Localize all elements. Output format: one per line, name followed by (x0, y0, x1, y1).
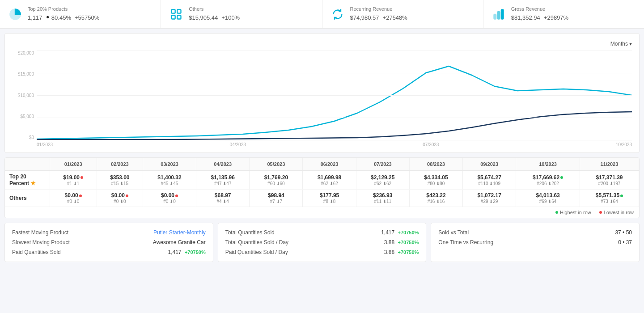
table-cell: $1,400.32#45 ⬇45 (143, 171, 196, 190)
svg-rect-3 (178, 15, 181, 19)
col-header-label (5, 158, 50, 171)
total-qty-row: Total Quantities Sold 1,417 +70750% (225, 229, 419, 236)
card-others-title: Others (189, 6, 242, 12)
row-label: Others (5, 190, 50, 207)
green-dot (560, 176, 563, 179)
chart-yaxis: $20,000 $15,000 $10,000 $5,000 $0 (12, 51, 37, 140)
col-header-09: 09/2023 (463, 158, 516, 171)
sold-vs-total-row: Sold vs Total 37 • 50 (438, 229, 632, 236)
table-cell: $0.00#0 ⬇0 (50, 190, 97, 207)
col-header-11: 11/2023 (580, 158, 639, 171)
table-cell: $236.93#11 ⬇11 (356, 190, 409, 207)
red-dot (80, 176, 83, 179)
card-top20: Top 20% Products 1,117 • 80.45%+55750% (0, 0, 161, 28)
col-header-05: 05/2023 (250, 158, 303, 171)
paid-qty-row: Paid Quantities Sold 1,417 +70750% (12, 249, 206, 255)
table-cell: $353.00#15 ⬇15 (97, 171, 143, 190)
col-header-03: 03/2023 (143, 158, 196, 171)
chart-area: $20,000 $15,000 $10,000 $5,000 $0 01/202… (12, 51, 632, 149)
card-top20-value: 1,117 • 80.45%+55750% (28, 13, 101, 22)
green-dot (555, 211, 558, 214)
bottom-card-ratios: Sold vs Total 37 • 50 One Time vs Recurr… (431, 223, 640, 262)
card-gross-title: Gross Revenue (511, 6, 570, 12)
card-recurring: Recurring Revenue $74,980.57+27548% (322, 0, 483, 28)
grid-line-5k (37, 118, 632, 118)
col-header-04: 04/2023 (196, 158, 250, 171)
table-cell: $1,699.98#62 ⬇62 (303, 171, 356, 190)
svg-rect-2 (172, 15, 175, 19)
legend-lowest: Lowest in row (598, 210, 634, 215)
table-cell: $5,571.35#73 ⬇64 (580, 190, 639, 207)
paid-qty-day-row: Paid Quantities Sold / Day 3.88 +70750% (225, 249, 419, 255)
card-recurring-title: Recurring Revenue (350, 6, 409, 12)
col-header-08: 08/2023 (409, 158, 462, 171)
card-gross: Gross Revenue $81,352.94+29897% (483, 0, 644, 28)
star-icon: ★ (30, 180, 36, 186)
svg-rect-0 (172, 9, 175, 13)
refresh-icon (330, 7, 345, 21)
months-dropdown[interactable]: Months ▾ (610, 41, 632, 47)
table-row: Top 20Percent ★$19.00#1 ⬇1$353.00#15 ⬇15… (5, 171, 639, 190)
table-cell: $0.00#0 ⬇0 (97, 190, 143, 207)
table-cell: $19.00#1 ⬇1 (50, 171, 97, 190)
table-cell: $4,334.05#80 ⬇80 (409, 171, 462, 190)
table-cell: $423.22#16 ⬇16 (409, 190, 462, 207)
svg-rect-1 (178, 9, 181, 13)
onetime-vs-recurring-row: One Time vs Recurring 0 • 37 (438, 239, 632, 245)
grid-line-15k (37, 73, 632, 73)
top-cards-container: Top 20% Products 1,117 • 80.45%+55750% O… (0, 0, 644, 29)
red-dot (175, 195, 178, 197)
bar-chart-icon (491, 7, 506, 21)
legend-row: Highest in row Lowest in row (5, 207, 639, 218)
card-others: Others $15,905.44+100% (161, 0, 322, 28)
bottom-cards: Fastest Moving Product Putler Starter-Mo… (4, 223, 640, 262)
table-cell: $4,013.63#69 ⬇64 (516, 190, 580, 207)
card-others-value: $15,905.44+100% (189, 13, 242, 22)
svg-rect-5 (497, 12, 500, 19)
svg-rect-6 (501, 9, 504, 19)
table-scroll[interactable]: 01/2023 02/2023 03/2023 04/2023 05/2023 … (5, 158, 639, 207)
table-cell: $17,669.62#206 ⬇202 (516, 171, 580, 190)
card-top20-title: Top 20% Products (28, 6, 101, 12)
chart-xaxis: 01/2023 04/2023 07/2023 10/2023 (37, 140, 632, 149)
row-label: Top 20Percent ★ (5, 171, 50, 190)
data-table: 01/2023 02/2023 03/2023 04/2023 05/2023 … (5, 158, 639, 207)
red-dot (126, 195, 128, 197)
table-cell: $1,769.20#60 ⬇60 (250, 171, 303, 190)
table-cell: $17,371.39#200 ⬇197 (580, 171, 639, 190)
slowest-row: Slowest Moving Product Awesome Granite C… (12, 239, 206, 245)
table-row: Others$0.00#0 ⬇0$0.00#0 ⬇0$0.00#0 ⬇0$68.… (5, 190, 639, 207)
table-cell: $1,072.17#29 ⬇29 (463, 190, 516, 207)
col-header-06: 06/2023 (303, 158, 356, 171)
table-cell: $1,135.96#47 ⬇47 (196, 171, 250, 190)
table-cell: $2,129.25#62 ⬇62 (356, 171, 409, 190)
legend-highest: Highest in row (555, 210, 591, 215)
chart-section: Months ▾ $20,000 $15,000 $10,000 $5,000 … (4, 33, 640, 153)
bottom-card-products: Fastest Moving Product Putler Starter-Mo… (4, 223, 213, 262)
table-cell: $5,674.27#110 ⬇109 (463, 171, 516, 190)
chart-header: Months ▾ (12, 41, 632, 47)
card-recurring-value: $74,980.57+27548% (350, 13, 409, 22)
red-dot (79, 195, 82, 197)
bottom-card-quantities: Total Quantities Sold 1,417 +70750% Tota… (218, 223, 427, 262)
grid-line-10k (37, 95, 632, 96)
col-header-02: 02/2023 (97, 158, 143, 171)
svg-rect-4 (494, 14, 496, 19)
pie-icon (8, 7, 22, 21)
table-cell: $68.97#4 ⬇4 (196, 190, 250, 207)
table-header-row: 01/2023 02/2023 03/2023 04/2023 05/2023 … (5, 158, 639, 171)
table-section: 01/2023 02/2023 03/2023 04/2023 05/2023 … (4, 157, 640, 218)
col-header-07: 07/2023 (356, 158, 409, 171)
red-dot (599, 211, 602, 214)
green-dot (620, 195, 623, 197)
table-body: Top 20Percent ★$19.00#1 ⬇1$353.00#15 ⬇15… (5, 171, 639, 207)
col-header-10: 10/2023 (516, 158, 580, 171)
col-header-01: 01/2023 (50, 158, 97, 171)
table-cell: $0.00#0 ⬇0 (143, 190, 196, 207)
table-cell: $177.95#8 ⬇8 (303, 190, 356, 207)
grid-line-20k (37, 51, 632, 51)
card-gross-value: $81,352.94+29897% (511, 13, 570, 22)
chart-plot (37, 51, 632, 140)
table-cell: $98.94#7 ⬇7 (250, 190, 303, 207)
total-qty-day-row: Total Quantities Sold / Day 3.88 +70750% (225, 239, 419, 245)
